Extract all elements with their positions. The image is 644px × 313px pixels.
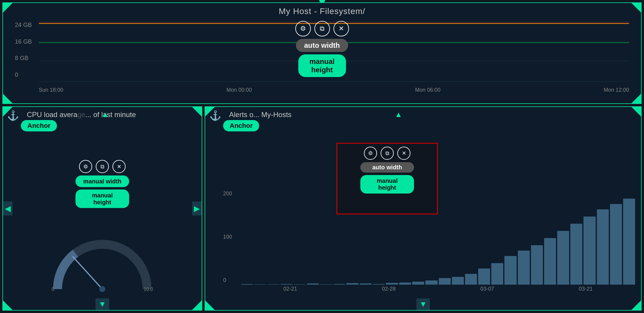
br-x-0228: 02-28 [382, 286, 396, 292]
bar-item [294, 284, 306, 285]
bar-item [531, 245, 543, 285]
bottom-row: ⚓ ▲ CPU load average... of last minute A… [2, 106, 642, 311]
bottom-right-panel: ⚓ ▲ Alerts o... My-Hosts Anchor 200 100 … [205, 106, 642, 311]
corner-tl [3, 3, 13, 13]
br-y-200: 200 [223, 191, 232, 197]
bar-item [557, 231, 569, 285]
bl-corner-bl [3, 300, 13, 310]
bottom-right-arrow-up[interactable]: ▲ [395, 110, 402, 119]
bar-item [452, 277, 464, 285]
bar-item [597, 209, 609, 285]
bar-item [544, 238, 556, 285]
x-label-mon06: Mon 06:00 [415, 87, 441, 93]
bottom-left-anchor-badge[interactable]: Anchor [21, 120, 57, 131]
br-x-0321: 03-21 [579, 286, 593, 292]
bottom-left-arrow-left[interactable]: ◀ [3, 202, 13, 216]
bar-item [307, 283, 319, 285]
bar-item [360, 283, 372, 285]
bar-item [412, 282, 424, 285]
bottom-left-anchor-icon: ⚓ [7, 110, 19, 121]
x-label-sun18: Sun 18:00 [39, 87, 63, 93]
gauge-label-right: 10.0 [144, 287, 153, 292]
svg-point-1 [99, 286, 105, 292]
top-gear-button[interactable]: ⚙ [295, 21, 311, 36]
br-y-labels: 200 100 0 [223, 191, 232, 285]
bl-manual-width-badge[interactable]: manual width [75, 176, 129, 187]
bl-corner-br [192, 300, 202, 310]
bar-item [583, 217, 595, 285]
bottom-right-title: Alerts o... My-Hosts [205, 107, 641, 121]
bottom-left-arrow-down[interactable]: ▼ [95, 298, 109, 310]
bottom-right-arrow-down[interactable]: ▼ [416, 298, 430, 310]
br-close-button[interactable]: ✕ [397, 147, 410, 160]
bar-item [623, 199, 635, 285]
x-label-mon00: Mon 00:00 [226, 87, 252, 93]
bar-item [267, 284, 279, 285]
x-label-mon12: Mon 12:00 [604, 87, 629, 93]
top-manual-height-badge[interactable]: auto width manualheight [298, 54, 346, 77]
bar-item [610, 204, 622, 285]
bottom-right-anchor-icon: ⚓ [209, 110, 221, 121]
bar-item [478, 268, 490, 285]
br-corner-bl [205, 300, 215, 310]
bottom-left-controls: ⚙ ⧉ ✕ manual width manualheight [75, 160, 129, 208]
br-manual-height-badge[interactable]: manualheight [360, 175, 414, 194]
br-corner-br [631, 300, 641, 310]
corner-bl [3, 94, 13, 103]
bl-copy-button[interactable]: ⧉ [96, 160, 109, 173]
top-controls: ⚙ ⧉ ✕ auto width auto width manualheight [295, 21, 349, 77]
bl-gear-button[interactable]: ⚙ [79, 160, 92, 173]
bottom-left-panel: ⚓ ▲ CPU load average... of last minute A… [2, 106, 202, 311]
bar-item [346, 283, 358, 285]
bar-item [570, 224, 582, 285]
red-border-box: ⚙ ⧉ ✕ auto width manualheight [336, 143, 438, 214]
bars-container [241, 199, 635, 285]
bar-item [465, 274, 477, 285]
bar-item [241, 284, 253, 285]
y-label-16gb: 16 GB [15, 38, 32, 45]
br-y-0: 0 [223, 277, 232, 283]
bar-item [504, 256, 516, 285]
bar-item [518, 251, 530, 285]
br-x-0307: 03-07 [481, 286, 494, 292]
br-copy-button[interactable]: ⧉ [381, 147, 394, 160]
br-icon-row: ⚙ ⧉ ✕ [364, 147, 410, 160]
top-icon-row: ⚙ ⧉ ✕ [295, 21, 349, 36]
br-controls: ⚙ ⧉ ✕ auto width manualheight [340, 147, 434, 194]
top-auto-width-badge[interactable]: auto width [296, 39, 348, 52]
bottom-right-anchor-badge[interactable]: Anchor [223, 120, 259, 131]
bar-item [491, 263, 503, 285]
br-y-100: 100 [223, 234, 232, 240]
top-panel-title: My Host - Filesystem/ [3, 3, 641, 19]
top-panel: My Host - Filesystem/ 24 GB 16 GB 8 GB 0… [2, 2, 642, 104]
br-auto-width-badge[interactable]: auto width [360, 162, 414, 173]
top-y-labels: 24 GB 16 GB 8 GB 0 [15, 19, 32, 78]
bar-item [386, 283, 398, 285]
svg-line-0 [72, 256, 102, 289]
br-gear-button[interactable]: ⚙ [364, 147, 377, 160]
bl-icon-row: ⚙ ⧉ ✕ [79, 160, 126, 173]
top-copy-button[interactable]: ⧉ [314, 21, 330, 36]
bar-item [333, 284, 345, 285]
br-x-0221: 02-21 [283, 286, 297, 292]
top-x-labels: Sun 18:00 Mon 00:00 Mon 06:00 Mon 12:00 [39, 87, 629, 93]
top-close-button[interactable]: ✕ [333, 21, 349, 36]
corner-br [631, 94, 641, 103]
bar-item [399, 283, 411, 285]
bl-corner-tr [192, 107, 202, 116]
main-container: My Host - Filesystem/ 24 GB 16 GB 8 GB 0… [0, 0, 644, 313]
bottom-left-arrow-right[interactable]: ▶ [192, 202, 202, 216]
bar-item [425, 280, 437, 285]
y-label-8gb: 8 GB [15, 55, 32, 62]
y-label-0: 0 [15, 71, 32, 78]
bar-item [281, 284, 293, 285]
y-label-24gb: 24 GB [15, 22, 32, 28]
bottom-left-arrow-up[interactable]: ▲ [101, 110, 109, 119]
bar-item [373, 284, 385, 285]
bl-close-button[interactable]: ✕ [112, 160, 126, 173]
br-corner-tr [631, 107, 641, 116]
gauge-area: 0 10.0 [49, 232, 156, 292]
bl-manual-height-badge[interactable]: manualheight [75, 190, 129, 208]
bar-item [320, 284, 332, 285]
corner-tr [631, 3, 641, 13]
